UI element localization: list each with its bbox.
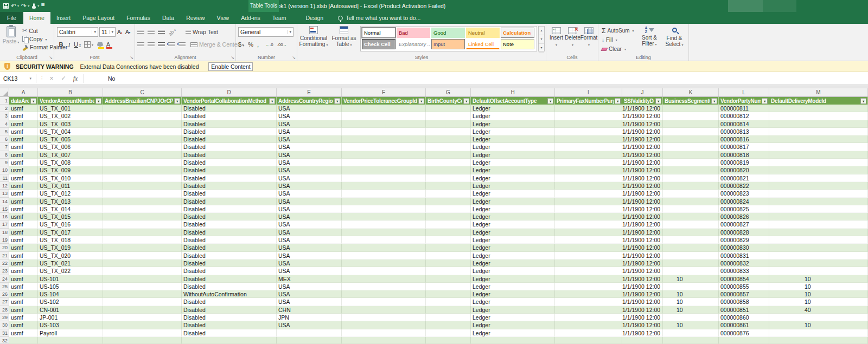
cell-C18[interactable]: [103, 229, 182, 236]
cell-K26[interactable]: 10: [663, 290, 719, 298]
cell-L6[interactable]: 000000816: [719, 135, 769, 143]
cell-B26[interactable]: US-104: [38, 290, 103, 298]
cell-B9[interactable]: US_TX_008: [38, 159, 103, 166]
filter-dropdown-icon[interactable]: [547, 98, 553, 104]
cell-K11[interactable]: [663, 174, 719, 182]
cell-G22[interactable]: [426, 259, 471, 267]
cell-K4[interactable]: [663, 120, 719, 128]
cell-I4[interactable]: [555, 120, 622, 128]
cell-F12[interactable]: [342, 182, 426, 190]
cell-K17[interactable]: [663, 220, 719, 228]
underline-button[interactable]: U: [73, 40, 81, 49]
cell-F4[interactable]: [342, 120, 426, 128]
table-header-AddressBrazilianCNPJOrCPF[interactable]: AddressBrazilianCNPJOrCPF: [103, 97, 182, 105]
cell-G27[interactable]: [426, 298, 471, 306]
cell-A29[interactable]: usmf: [9, 314, 38, 321]
cell-B13[interactable]: US_TX_012: [38, 190, 103, 197]
row-header-13[interactable]: 13: [0, 190, 9, 197]
cell-K31[interactable]: [663, 329, 719, 337]
cell-H15[interactable]: Ledger: [471, 205, 555, 213]
cell-H11[interactable]: Ledger: [471, 174, 555, 182]
cell-E2[interactable]: USA: [277, 105, 342, 112]
cell-L16[interactable]: 000000826: [719, 213, 769, 220]
cell-L21[interactable]: 000000831: [719, 252, 769, 259]
cell-B22[interactable]: US_TX_021: [38, 259, 103, 267]
row-header-8[interactable]: 8: [0, 151, 9, 159]
cell-E10[interactable]: USA: [277, 166, 342, 174]
column-header-H[interactable]: H: [471, 88, 555, 96]
clear-button[interactable]: Clear: [601, 45, 635, 53]
cell-F19[interactable]: [342, 236, 426, 244]
name-box-dropdown-icon[interactable]: [29, 72, 31, 85]
row-header-25[interactable]: 25: [0, 283, 9, 290]
cell-F26[interactable]: [342, 290, 426, 298]
cell-I9[interactable]: [555, 159, 622, 166]
cell-I27[interactable]: [555, 298, 622, 306]
cell-G9[interactable]: [426, 159, 471, 166]
cell-L29[interactable]: 000000860: [719, 314, 769, 321]
column-header-F[interactable]: F: [342, 88, 426, 96]
cell-B18[interactable]: US_TX_017: [38, 229, 103, 236]
paste-button[interactable]: Paste: [3, 26, 19, 44]
cell-C5[interactable]: [103, 128, 182, 135]
cell-F9[interactable]: [342, 159, 426, 166]
cell-F2[interactable]: [342, 105, 426, 112]
cell-G32[interactable]: [426, 337, 471, 344]
cell-J22[interactable]: 1/1/1900 12:00: [622, 259, 663, 267]
cell-H13[interactable]: Ledger: [471, 190, 555, 197]
cell-D24[interactable]: Disabled: [182, 275, 277, 283]
cell-G30[interactable]: [426, 321, 471, 329]
fill-color-button[interactable]: [96, 40, 104, 49]
cell-B7[interactable]: US_TX_006: [38, 143, 103, 151]
filter-dropdown-icon[interactable]: [860, 98, 866, 104]
cell-B15[interactable]: US_TX_014: [38, 205, 103, 213]
font-size-combo[interactable]: 11: [99, 27, 116, 37]
align-middle-icon[interactable]: [148, 30, 155, 35]
cell-I24[interactable]: [555, 275, 622, 283]
cell-K18[interactable]: [663, 229, 719, 236]
format-cells-button[interactable]: Format: [581, 27, 597, 47]
cell-F22[interactable]: [342, 259, 426, 267]
insert-cells-button[interactable]: Insert: [548, 27, 564, 47]
cell-L7[interactable]: 000000817: [719, 143, 769, 151]
cell-J15[interactable]: 1/1/1900 12:00: [622, 205, 663, 213]
cell-E14[interactable]: USA: [277, 198, 342, 205]
tab-file[interactable]: File: [0, 12, 23, 24]
cell-A4[interactable]: usmf: [9, 120, 38, 128]
cell-D11[interactable]: Disabled: [182, 174, 277, 182]
column-header-C[interactable]: C: [103, 88, 182, 96]
cell-D9[interactable]: Disabled: [182, 159, 277, 166]
cell-G28[interactable]: [426, 306, 471, 314]
cell-F21[interactable]: [342, 252, 426, 259]
cell-G6[interactable]: [426, 135, 471, 143]
cell-L28[interactable]: 000000851: [719, 306, 769, 314]
row-header-15[interactable]: 15: [0, 205, 9, 213]
filter-dropdown-icon[interactable]: [30, 98, 36, 104]
tab-home[interactable]: Home: [23, 12, 50, 24]
cell-M6[interactable]: [769, 135, 868, 143]
cell-style-normal[interactable]: Normal: [362, 28, 395, 38]
cell-A31[interactable]: usmf: [9, 329, 38, 337]
cell-C10[interactable]: [103, 166, 182, 174]
cell-L11[interactable]: 000000821: [719, 174, 769, 182]
cell-D17[interactable]: Disabled: [182, 220, 277, 228]
cell-D6[interactable]: Disabled: [182, 135, 277, 143]
cell-F24[interactable]: [342, 275, 426, 283]
orientation-button[interactable]: ab: [168, 27, 177, 37]
cell-L31[interactable]: 000000876: [719, 329, 769, 337]
cell-G23[interactable]: [426, 267, 471, 275]
cell-I8[interactable]: [555, 151, 622, 159]
column-header-G[interactable]: G: [426, 88, 471, 96]
cell-C25[interactable]: [103, 283, 182, 290]
cell-M13[interactable]: [769, 190, 868, 197]
cell-B21[interactable]: US_TX_020: [38, 252, 103, 259]
row-header-16[interactable]: 16: [0, 213, 9, 220]
cell-K14[interactable]: [663, 198, 719, 205]
row-header-3[interactable]: 3: [0, 112, 9, 120]
cell-C11[interactable]: [103, 174, 182, 182]
cell-H12[interactable]: Ledger: [471, 182, 555, 190]
cell-F8[interactable]: [342, 151, 426, 159]
cell-M9[interactable]: [769, 159, 868, 166]
cell-I21[interactable]: [555, 252, 622, 259]
cell-M11[interactable]: [769, 174, 868, 182]
